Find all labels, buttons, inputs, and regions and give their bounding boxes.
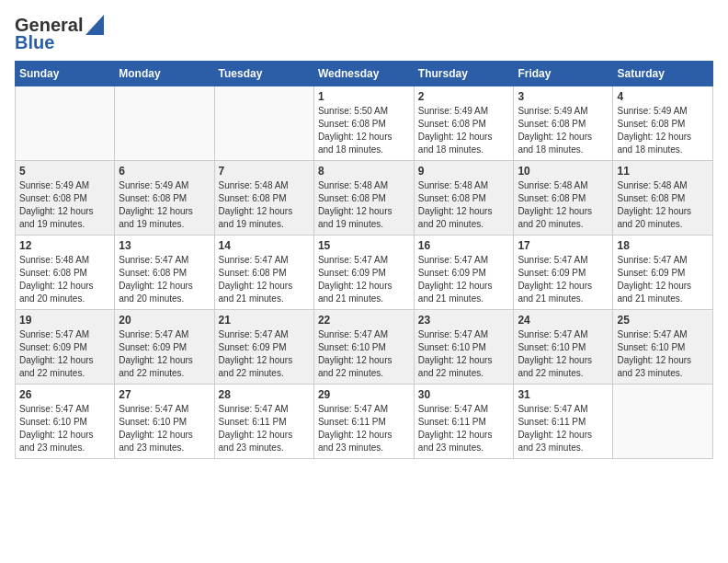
day-info: Sunrise: 5:49 AMSunset: 6:08 PMDaylight:… xyxy=(617,105,709,156)
page-header: General Blue xyxy=(15,15,713,53)
calendar-cell: 23Sunrise: 5:47 AMSunset: 6:10 PMDayligh… xyxy=(414,310,514,385)
day-info: Sunrise: 5:48 AMSunset: 6:08 PMDaylight:… xyxy=(418,179,510,231)
day-info: Sunrise: 5:48 AMSunset: 6:08 PMDaylight:… xyxy=(518,179,609,231)
calendar-cell: 13Sunrise: 5:47 AMSunset: 6:08 PMDayligh… xyxy=(115,236,214,310)
calendar-week-row: 1Sunrise: 5:50 AMSunset: 6:08 PMDaylight… xyxy=(16,86,713,161)
day-number: 4 xyxy=(617,90,709,103)
calendar-week-row: 19Sunrise: 5:47 AMSunset: 6:09 PMDayligh… xyxy=(16,310,713,385)
day-number: 20 xyxy=(119,314,210,327)
calendar-cell: 16Sunrise: 5:47 AMSunset: 6:09 PMDayligh… xyxy=(414,236,514,310)
day-info: Sunrise: 5:47 AMSunset: 6:09 PMDaylight:… xyxy=(617,254,709,305)
day-info: Sunrise: 5:47 AMSunset: 6:09 PMDaylight:… xyxy=(19,328,110,380)
calendar-table: SundayMondayTuesdayWednesdayThursdayFrid… xyxy=(15,61,713,459)
svg-marker-0 xyxy=(85,15,104,35)
day-info: Sunrise: 5:48 AMSunset: 6:08 PMDaylight:… xyxy=(318,179,410,231)
day-info: Sunrise: 5:47 AMSunset: 6:10 PMDaylight:… xyxy=(617,328,709,380)
calendar-cell: 3Sunrise: 5:49 AMSunset: 6:08 PMDaylight… xyxy=(514,86,613,161)
calendar-cell: 27Sunrise: 5:47 AMSunset: 6:10 PMDayligh… xyxy=(115,385,214,459)
calendar-week-row: 12Sunrise: 5:48 AMSunset: 6:08 PMDayligh… xyxy=(16,236,713,310)
day-number: 26 xyxy=(19,388,110,401)
day-info: Sunrise: 5:49 AMSunset: 6:08 PMDaylight:… xyxy=(518,105,609,156)
calendar-cell xyxy=(16,86,115,161)
calendar-cell: 12Sunrise: 5:48 AMSunset: 6:08 PMDayligh… xyxy=(16,236,115,310)
day-info: Sunrise: 5:47 AMSunset: 6:09 PMDaylight:… xyxy=(119,328,210,380)
calendar-cell: 20Sunrise: 5:47 AMSunset: 6:09 PMDayligh… xyxy=(115,310,214,385)
calendar-cell: 29Sunrise: 5:47 AMSunset: 6:11 PMDayligh… xyxy=(313,385,414,459)
calendar-cell: 7Sunrise: 5:48 AMSunset: 6:08 PMDaylight… xyxy=(214,161,313,236)
weekday-header-sunday: Sunday xyxy=(16,62,115,86)
logo: General Blue xyxy=(15,15,104,53)
day-number: 18 xyxy=(617,239,709,252)
day-info: Sunrise: 5:47 AMSunset: 6:10 PMDaylight:… xyxy=(119,403,210,454)
day-number: 19 xyxy=(19,314,110,327)
day-number: 8 xyxy=(318,165,410,178)
logo-blue-text: Blue xyxy=(15,32,54,53)
day-number: 24 xyxy=(518,314,609,327)
day-number: 28 xyxy=(219,388,310,401)
day-info: Sunrise: 5:47 AMSunset: 6:09 PMDaylight:… xyxy=(219,328,310,380)
day-info: Sunrise: 5:47 AMSunset: 6:11 PMDaylight:… xyxy=(518,403,609,454)
calendar-cell: 4Sunrise: 5:49 AMSunset: 6:08 PMDaylight… xyxy=(613,86,713,161)
day-info: Sunrise: 5:47 AMSunset: 6:11 PMDaylight:… xyxy=(418,403,510,454)
calendar-cell: 30Sunrise: 5:47 AMSunset: 6:11 PMDayligh… xyxy=(414,385,514,459)
day-number: 12 xyxy=(19,239,110,252)
day-number: 23 xyxy=(418,314,510,327)
calendar-week-row: 5Sunrise: 5:49 AMSunset: 6:08 PMDaylight… xyxy=(16,161,713,236)
day-number: 11 xyxy=(617,165,709,178)
day-info: Sunrise: 5:48 AMSunset: 6:08 PMDaylight:… xyxy=(19,254,110,305)
calendar-cell: 25Sunrise: 5:47 AMSunset: 6:10 PMDayligh… xyxy=(613,310,713,385)
day-number: 13 xyxy=(119,239,210,252)
day-info: Sunrise: 5:49 AMSunset: 6:08 PMDaylight:… xyxy=(418,105,510,156)
weekday-header-saturday: Saturday xyxy=(613,62,713,86)
day-number: 17 xyxy=(518,239,609,252)
day-info: Sunrise: 5:48 AMSunset: 6:08 PMDaylight:… xyxy=(219,179,310,231)
day-info: Sunrise: 5:50 AMSunset: 6:08 PMDaylight:… xyxy=(318,105,410,156)
day-number: 9 xyxy=(418,165,510,178)
day-info: Sunrise: 5:47 AMSunset: 6:10 PMDaylight:… xyxy=(418,328,510,380)
calendar-cell: 5Sunrise: 5:49 AMSunset: 6:08 PMDaylight… xyxy=(16,161,115,236)
day-info: Sunrise: 5:47 AMSunset: 6:11 PMDaylight:… xyxy=(318,403,410,454)
calendar-cell: 22Sunrise: 5:47 AMSunset: 6:10 PMDayligh… xyxy=(313,310,414,385)
day-number: 22 xyxy=(318,314,410,327)
calendar-week-row: 26Sunrise: 5:47 AMSunset: 6:10 PMDayligh… xyxy=(16,385,713,459)
day-number: 21 xyxy=(219,314,310,327)
calendar-cell xyxy=(214,86,313,161)
day-number: 2 xyxy=(418,90,510,103)
weekday-header-monday: Monday xyxy=(115,62,214,86)
weekday-header-wednesday: Wednesday xyxy=(313,62,414,86)
day-number: 29 xyxy=(318,388,410,401)
day-number: 31 xyxy=(518,388,609,401)
calendar-cell: 26Sunrise: 5:47 AMSunset: 6:10 PMDayligh… xyxy=(16,385,115,459)
calendar-cell: 31Sunrise: 5:47 AMSunset: 6:11 PMDayligh… xyxy=(514,385,613,459)
weekday-header-friday: Friday xyxy=(514,62,613,86)
day-number: 16 xyxy=(418,239,510,252)
day-number: 10 xyxy=(518,165,609,178)
calendar-cell: 24Sunrise: 5:47 AMSunset: 6:10 PMDayligh… xyxy=(514,310,613,385)
calendar-cell: 2Sunrise: 5:49 AMSunset: 6:08 PMDaylight… xyxy=(414,86,514,161)
day-info: Sunrise: 5:48 AMSunset: 6:08 PMDaylight:… xyxy=(617,179,709,231)
calendar-cell xyxy=(115,86,214,161)
calendar-cell: 21Sunrise: 5:47 AMSunset: 6:09 PMDayligh… xyxy=(214,310,313,385)
calendar-cell: 6Sunrise: 5:49 AMSunset: 6:08 PMDaylight… xyxy=(115,161,214,236)
day-info: Sunrise: 5:47 AMSunset: 6:08 PMDaylight:… xyxy=(219,254,310,305)
day-number: 27 xyxy=(119,388,210,401)
day-number: 6 xyxy=(119,165,210,178)
calendar-cell: 19Sunrise: 5:47 AMSunset: 6:09 PMDayligh… xyxy=(16,310,115,385)
day-info: Sunrise: 5:49 AMSunset: 6:08 PMDaylight:… xyxy=(119,179,210,231)
day-number: 3 xyxy=(518,90,609,103)
day-info: Sunrise: 5:47 AMSunset: 6:11 PMDaylight:… xyxy=(219,403,310,454)
calendar-cell: 11Sunrise: 5:48 AMSunset: 6:08 PMDayligh… xyxy=(613,161,713,236)
day-info: Sunrise: 5:47 AMSunset: 6:09 PMDaylight:… xyxy=(518,254,609,305)
calendar-cell: 10Sunrise: 5:48 AMSunset: 6:08 PMDayligh… xyxy=(514,161,613,236)
day-number: 15 xyxy=(318,239,410,252)
calendar-cell: 15Sunrise: 5:47 AMSunset: 6:09 PMDayligh… xyxy=(313,236,414,310)
logo-triangle-icon xyxy=(85,15,104,35)
day-number: 14 xyxy=(219,239,310,252)
calendar-header-row: SundayMondayTuesdayWednesdayThursdayFrid… xyxy=(16,62,713,86)
weekday-header-thursday: Thursday xyxy=(414,62,514,86)
day-number: 7 xyxy=(219,165,310,178)
day-info: Sunrise: 5:47 AMSunset: 6:09 PMDaylight:… xyxy=(418,254,510,305)
weekday-header-tuesday: Tuesday xyxy=(214,62,313,86)
calendar-cell: 1Sunrise: 5:50 AMSunset: 6:08 PMDaylight… xyxy=(313,86,414,161)
day-number: 1 xyxy=(318,90,410,103)
